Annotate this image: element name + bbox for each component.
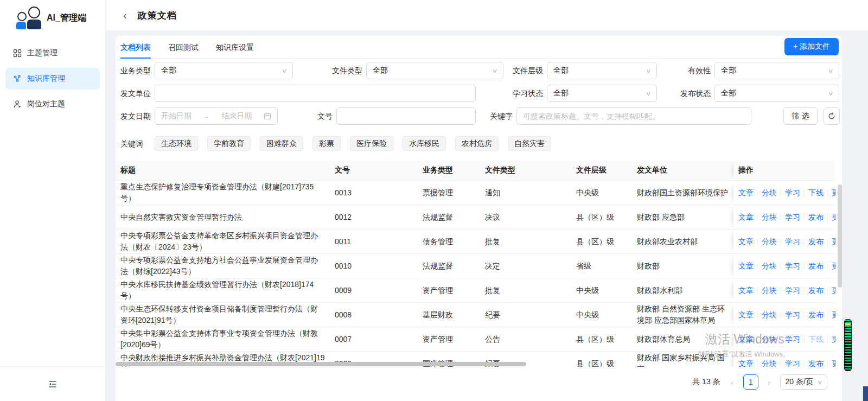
action-separator — [804, 189, 805, 196]
action-link[interactable]: 文章 — [738, 335, 754, 343]
keyword-tag[interactable]: 水库移民 — [403, 136, 446, 151]
table-body: 重点生态保护修复治理专项资金管理办法（财建[2017]735号）0013票据管理… — [116, 181, 835, 367]
action-link[interactable]: 发布 — [808, 359, 824, 367]
action-separator — [757, 263, 758, 270]
action-link[interactable]: 文章 — [738, 262, 754, 270]
validity-select[interactable]: 全部∨ — [714, 62, 839, 79]
action-link[interactable]: 文章 — [738, 237, 754, 246]
date-range-picker[interactable]: 开始日期 → 结束日期 — [155, 107, 278, 125]
collapse-sidebar-icon[interactable] — [47, 379, 58, 390]
action-link[interactable]: 分块 — [762, 213, 777, 221]
horizontal-scrollbar[interactable] — [116, 362, 526, 366]
action-link[interactable]: 分块 — [762, 359, 777, 367]
row-actions: 文章分块学习发布更多 — [733, 352, 835, 367]
keyword-tag[interactable]: 医疗保险 — [350, 136, 393, 151]
action-link[interactable]: 更多 — [832, 262, 835, 270]
action-link[interactable]: 下线 — [808, 335, 824, 343]
filter-button[interactable]: 筛 选 — [783, 107, 818, 125]
action-link[interactable]: 分块 — [762, 188, 777, 197]
app-logo: AI_管理端 — [0, 0, 105, 35]
action-link[interactable]: 学习 — [785, 310, 800, 319]
action-link[interactable]: 分块 — [762, 262, 777, 270]
action-link[interactable]: 发布 — [808, 262, 824, 270]
keyword-tag[interactable]: 彩票 — [312, 136, 341, 151]
action-link[interactable]: 文章 — [738, 213, 754, 221]
issuing-unit-field — [155, 85, 476, 102]
keyword-input[interactable] — [523, 112, 745, 120]
action-link[interactable]: 发布 — [808, 237, 824, 246]
column-header: 文件层级 — [571, 161, 632, 181]
keyword-tag[interactable]: 学前教育 — [207, 136, 251, 151]
keyword-tag[interactable]: 农村危房 — [455, 136, 499, 151]
action-link[interactable]: 学习 — [785, 213, 800, 221]
action-link[interactable]: 学习 — [785, 359, 800, 367]
action-link[interactable]: 学习 — [785, 237, 800, 246]
file-type-select[interactable]: 全部∨ — [366, 62, 503, 79]
cell-title: 重点生态保护修复治理专项资金管理办法（财建[2017]735号） — [116, 181, 330, 205]
action-link[interactable]: 分块 — [762, 335, 777, 343]
pagination: 共 13 条 ‹ 1 › 20 条/页 ∨ — [692, 374, 827, 390]
action-separator — [781, 238, 781, 245]
action-link[interactable]: 更多 — [832, 286, 835, 295]
action-link[interactable]: 更多 — [832, 213, 835, 221]
doc-number-input[interactable] — [343, 112, 469, 120]
refresh-button[interactable] — [824, 107, 840, 125]
cell-file-type: 决议 — [480, 205, 571, 230]
issuing-unit-input[interactable] — [161, 89, 469, 98]
action-link[interactable]: 分块 — [762, 286, 777, 295]
action-link[interactable]: 更多 — [832, 335, 835, 343]
action-link[interactable]: 发布 — [808, 286, 824, 295]
action-link[interactable]: 更多 — [832, 188, 835, 197]
action-separator — [827, 214, 828, 221]
cell-unit: 财政部 国家乡村振兴局 国家 — [632, 352, 733, 367]
action-link[interactable]: 学习 — [785, 262, 800, 270]
prev-page-icon[interactable]: ‹ — [727, 378, 738, 387]
file-level-select[interactable]: 全部∨ — [547, 62, 657, 79]
row-actions: 文章分块学习发布更多 — [733, 303, 835, 327]
action-separator — [781, 336, 781, 343]
sidebar-item-post-topic[interactable]: 岗位对主题 — [5, 93, 100, 115]
action-link[interactable]: 发布 — [808, 310, 824, 319]
keyword-tag[interactable]: 生态环境 — [155, 136, 198, 151]
chevron-down-icon: ∨ — [645, 90, 651, 97]
action-link[interactable]: 学习 — [785, 335, 800, 343]
business-type-select[interactable]: 全部∨ — [155, 62, 293, 79]
action-separator — [804, 263, 805, 270]
page-size-select[interactable]: 20 条/页 ∨ — [780, 374, 827, 390]
column-header: 标题 — [116, 161, 330, 181]
action-link[interactable]: 学习 — [785, 286, 800, 295]
knowledge-base-icon — [13, 74, 22, 83]
action-separator — [827, 189, 828, 196]
action-link[interactable]: 分块 — [762, 237, 777, 246]
next-page-icon[interactable]: › — [764, 378, 775, 387]
page-number-button[interactable]: 1 — [743, 374, 758, 390]
keyword-tag[interactable]: 自然灾害 — [508, 136, 551, 151]
action-link[interactable]: 下线 — [808, 188, 824, 197]
action-link[interactable]: 文章 — [738, 286, 754, 295]
learning-status-select[interactable]: 全部∨ — [547, 85, 657, 102]
cell-title: 中央专项彩票公益金支持地方社会公益事业发展资金管理办法（财综[2022]43号） — [116, 254, 330, 278]
action-link[interactable]: 更多 — [832, 359, 835, 367]
sidebar-item-topic-management[interactable]: 主题管理 — [5, 42, 100, 64]
action-link[interactable]: 更多 — [832, 237, 835, 246]
cell-file-type: 批复 — [480, 230, 571, 254]
row-actions: 文章分块学习下线更多 — [733, 327, 835, 352]
learning-status-label: 学习状态 — [513, 85, 543, 102]
sidebar-item-knowledge-base[interactable]: 知识库管理 — [5, 68, 100, 90]
action-link[interactable]: 学习 — [785, 188, 800, 197]
vertical-scrollbar[interactable] — [838, 184, 842, 288]
action-link[interactable]: 更多 — [832, 310, 835, 319]
publish-status-select[interactable]: 全部∨ — [714, 85, 839, 102]
keyword-tag[interactable]: 困难群众 — [260, 136, 303, 151]
action-separator — [757, 311, 758, 319]
action-link[interactable]: 文章 — [738, 359, 754, 367]
cell-business: 资产管理 — [418, 327, 480, 352]
action-separator — [804, 311, 805, 319]
action-link[interactable]: 文章 — [738, 310, 754, 319]
action-link[interactable]: 文章 — [738, 188, 754, 197]
refresh-icon — [828, 112, 835, 120]
action-link[interactable]: 发布 — [808, 213, 824, 221]
action-link[interactable]: 分块 — [762, 310, 777, 319]
cell-level: 中央级 — [571, 303, 632, 327]
back-icon[interactable]: ‹ — [121, 9, 129, 22]
